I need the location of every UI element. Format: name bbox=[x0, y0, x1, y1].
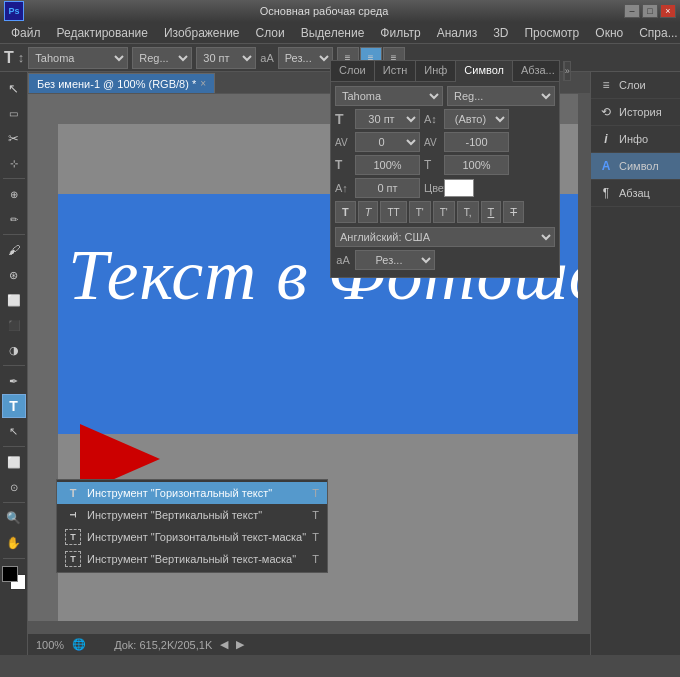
char-tab-symbol[interactable]: Символ bbox=[456, 61, 513, 82]
char-aa-select[interactable]: Рез... bbox=[355, 250, 435, 270]
font-size-icon: T bbox=[335, 111, 351, 127]
menu-analysis[interactable]: Анализ bbox=[430, 24, 485, 42]
maximize-button[interactable]: □ bbox=[642, 4, 658, 18]
tool-magic-wand[interactable]: ⊹ bbox=[2, 151, 26, 175]
char-tab-layers[interactable]: Слои bbox=[331, 61, 375, 81]
panel-item-info[interactable]: i Инфо bbox=[591, 126, 680, 153]
style-strikethrough[interactable]: T bbox=[503, 201, 524, 223]
menu-edit[interactable]: Редактирование bbox=[50, 24, 155, 42]
foreground-color[interactable] bbox=[2, 566, 18, 582]
style-italic[interactable]: T bbox=[358, 201, 379, 223]
doc-tab-close-button[interactable]: × bbox=[200, 78, 206, 89]
menu-layers[interactable]: Слои bbox=[249, 24, 292, 42]
char-language[interactable]: Английский: США bbox=[335, 227, 555, 247]
tool-menu-vertical-mask[interactable]: T Инструмент "Вертикальный текст-маска" … bbox=[57, 548, 327, 570]
layers-icon: ≡ bbox=[597, 76, 615, 94]
tool-separator-4 bbox=[3, 446, 25, 447]
info-icon: i bbox=[597, 130, 615, 148]
tool-text[interactable]: T bbox=[2, 394, 26, 418]
orientation-button[interactable]: ↕ bbox=[18, 50, 25, 65]
horizontal-text-icon: T bbox=[65, 485, 81, 501]
menu-3d[interactable]: 3D bbox=[486, 24, 515, 42]
tool-dodge[interactable]: ◑ bbox=[2, 338, 26, 362]
tabs-more-button[interactable]: » bbox=[564, 61, 571, 81]
style-all-caps[interactable]: TT bbox=[380, 201, 406, 223]
menu-file[interactable]: Файл bbox=[4, 24, 48, 42]
menu-bar: Файл Редактирование Изображение Слои Выд… bbox=[0, 22, 680, 44]
tool-gradient[interactable]: ⬛ bbox=[2, 313, 26, 337]
panel-item-info-label: Инфо bbox=[619, 133, 648, 145]
char-horizontal-scale[interactable] bbox=[444, 155, 509, 175]
panel-item-history[interactable]: ⟲ История bbox=[591, 99, 680, 126]
style-subscript[interactable]: T, bbox=[457, 201, 479, 223]
char-tab-paragraph[interactable]: Абза... bbox=[513, 61, 564, 81]
tool-menu-horizontal-text[interactable]: T Инструмент "Горизонтальный текст" T bbox=[57, 482, 327, 504]
tool-hand[interactable]: ✋ bbox=[2, 531, 26, 555]
style-underline[interactable]: T bbox=[481, 201, 502, 223]
char-color-swatch[interactable] bbox=[444, 179, 474, 197]
close-button[interactable]: × bbox=[660, 4, 676, 18]
status-nav-left[interactable]: ◀ bbox=[220, 638, 228, 651]
tool-selection[interactable]: ▭ bbox=[2, 101, 26, 125]
panel-item-symbol-label: Символ bbox=[619, 160, 659, 172]
char-font-size[interactable]: 30 пт bbox=[355, 109, 420, 129]
panel-item-paragraph[interactable]: ¶ Абзац bbox=[591, 180, 680, 207]
char-baseline[interactable] bbox=[355, 178, 420, 198]
color-swatches[interactable] bbox=[2, 566, 26, 590]
panel-item-symbol[interactable]: A Символ bbox=[591, 153, 680, 180]
char-tab-info[interactable]: Инф bbox=[416, 61, 456, 81]
font-size-select[interactable]: 30 пт bbox=[196, 47, 256, 69]
font-family-select[interactable]: Tahoma bbox=[28, 47, 128, 69]
tool-menu-key-4: T bbox=[312, 553, 319, 565]
char-leading[interactable]: (Авто) bbox=[444, 109, 509, 129]
char-tab-history[interactable]: Истн bbox=[375, 61, 417, 81]
doc-tab-name: Без имени-1 @ 100% (RGB/8) * bbox=[37, 78, 196, 90]
menu-select[interactable]: Выделение bbox=[294, 24, 372, 42]
char-style-buttons: T T TT T' T' T, T T bbox=[335, 201, 555, 223]
style-small-caps[interactable]: T' bbox=[409, 201, 431, 223]
tool-menu-horizontal-mask[interactable]: T Инструмент "Горизонтальный текст-маска… bbox=[57, 526, 327, 548]
menu-help[interactable]: Спра... bbox=[632, 24, 680, 42]
tool-menu-vertical-text[interactable]: T Инструмент "Вертикальный текст" T bbox=[57, 504, 327, 526]
tool-lasso[interactable]: ✂ bbox=[2, 126, 26, 150]
status-icon[interactable]: 🌐 bbox=[72, 638, 86, 651]
menu-window[interactable]: Окно bbox=[588, 24, 630, 42]
vertical-scrollbar[interactable] bbox=[578, 94, 590, 633]
font-style-select[interactable]: Reg... bbox=[132, 47, 192, 69]
tool-crop[interactable]: ⊕ bbox=[2, 182, 26, 206]
menu-image[interactable]: Изображение bbox=[157, 24, 247, 42]
char-vertical-scale[interactable] bbox=[355, 155, 420, 175]
horizontal-scrollbar[interactable] bbox=[28, 621, 578, 633]
title-bar-title: Основная рабочая среда bbox=[24, 5, 624, 17]
tool-pen[interactable]: ✒ bbox=[2, 369, 26, 393]
symbol-icon: A bbox=[597, 157, 615, 175]
font-size-leading-row: T 30 пт A↕ (Авто) bbox=[335, 109, 555, 129]
char-font-style[interactable]: Reg... bbox=[447, 86, 555, 106]
tool-move[interactable]: ↖ bbox=[2, 76, 26, 100]
tool-eraser[interactable]: ⬜ bbox=[2, 288, 26, 312]
panel-item-layers[interactable]: ≡ Слои bbox=[591, 72, 680, 99]
leading-icon: A↕ bbox=[424, 113, 440, 125]
style-superscript[interactable]: T' bbox=[433, 201, 455, 223]
tool-3d[interactable]: ⊙ bbox=[2, 475, 26, 499]
aa-select[interactable]: Рез... bbox=[278, 47, 333, 69]
menu-view[interactable]: Просмотр bbox=[517, 24, 586, 42]
char-kerning[interactable]: 0 bbox=[355, 132, 420, 152]
kerning-tracking-row: AV 0 AV bbox=[335, 132, 555, 152]
status-nav-right[interactable]: ▶ bbox=[236, 638, 244, 651]
tool-path-selection[interactable]: ↖ bbox=[2, 419, 26, 443]
title-bar-controls: – □ × bbox=[624, 4, 676, 18]
minimize-button[interactable]: – bbox=[624, 4, 640, 18]
tool-brush[interactable]: 🖌 bbox=[2, 238, 26, 262]
tool-zoom[interactable]: 🔍 bbox=[2, 506, 26, 530]
tool-eyedropper[interactable]: ✏ bbox=[2, 207, 26, 231]
menu-filter[interactable]: Фильтр bbox=[373, 24, 427, 42]
tool-shape[interactable]: ⬜ bbox=[2, 450, 26, 474]
vertical-scale-icon: T bbox=[335, 158, 351, 172]
char-font-family[interactable]: Tahoma bbox=[335, 86, 443, 106]
char-tracking[interactable] bbox=[444, 132, 509, 152]
tool-clone[interactable]: ⊛ bbox=[2, 263, 26, 287]
aa-row: аА Рез... bbox=[335, 250, 555, 270]
style-bold[interactable]: T bbox=[335, 201, 356, 223]
doc-tab-active[interactable]: Без имени-1 @ 100% (RGB/8) * × bbox=[28, 73, 215, 93]
